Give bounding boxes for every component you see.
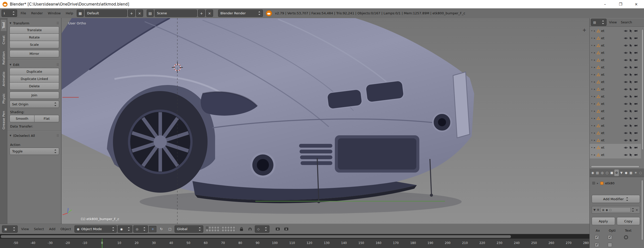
modifier-close-icon[interactable]: × [635, 208, 638, 212]
modifier-name-field[interactable]: ▦ ● ▢ [600, 207, 631, 212]
properties-tab-scene[interactable]: ◎ [600, 170, 605, 176]
menu-file[interactable]: File [18, 9, 29, 18]
object-dot-icon[interactable]: • [591, 109, 593, 113]
expand-icon[interactable]: ▸ [594, 146, 595, 149]
outliner-menu-view[interactable]: View [607, 18, 619, 26]
expand-icon[interactable]: ▸ [594, 58, 595, 62]
expand-icon[interactable]: ▸ [594, 139, 595, 142]
outliner-row[interactable]: •▸et [590, 34, 641, 42]
outliner-row[interactable]: •▸et [590, 93, 641, 100]
close-button[interactable]: × [628, 0, 644, 8]
layer-toggle[interactable] [217, 226, 219, 229]
menu-help[interactable]: Help [63, 9, 76, 18]
region-expand-plus-icon[interactable]: + [582, 27, 586, 33]
layer-toggle[interactable] [227, 226, 230, 229]
outliner-row[interactable]: •▸et [590, 151, 641, 158]
visibility-eye-icon[interactable] [624, 117, 628, 120]
renderability-camera-icon[interactable] [634, 59, 638, 61]
layer-toggle[interactable] [230, 226, 232, 229]
properties-tab-material[interactable]: ● [624, 170, 628, 176]
selectability-cursor-icon[interactable] [629, 95, 632, 98]
object-dot-icon[interactable]: • [591, 139, 593, 142]
pivot-point-dropdown[interactable]: ◎ [133, 225, 148, 233]
layer-toggle[interactable] [224, 226, 227, 229]
selectability-cursor-icon[interactable] [629, 80, 632, 84]
object-dot-icon[interactable]: • [591, 88, 593, 91]
shade-smooth-button[interactable]: Smooth [10, 115, 34, 122]
expand-icon[interactable]: ▸ [594, 51, 595, 54]
apply-button[interactable]: Apply [592, 217, 615, 225]
outliner-row[interactable]: •▸et [590, 100, 641, 107]
visibility-eye-icon[interactable] [624, 124, 628, 127]
maximize-button[interactable]: ❐ [613, 0, 628, 8]
visibility-eye-icon[interactable] [624, 153, 628, 156]
expand-icon[interactable]: ▸ [594, 109, 595, 113]
object-dot-icon[interactable]: • [591, 124, 593, 128]
selectability-cursor-icon[interactable] [629, 73, 632, 76]
layer-toggle[interactable] [222, 229, 224, 232]
properties-tab-modifiers[interactable]: ⚙ [614, 170, 619, 176]
visibility-eye-icon[interactable] [624, 110, 628, 113]
layer-toggle[interactable] [209, 229, 211, 232]
properties-tab-particles[interactable]: ✳ [633, 170, 638, 176]
properties-tab-world[interactable]: ○ [605, 170, 609, 176]
visibility-eye-icon[interactable] [624, 139, 628, 142]
translate-button[interactable]: Translate [10, 26, 59, 34]
panel-collapse-icon[interactable]: ▼ [10, 134, 11, 137]
selectability-cursor-icon[interactable] [629, 66, 632, 69]
visibility-eye-icon[interactable] [624, 132, 628, 135]
panel-header-deselect-all[interactable]: ▼ (De)select All ☰ [10, 132, 59, 139]
outliner-row[interactable]: •▸et [590, 49, 641, 56]
selectability-cursor-icon[interactable] [629, 153, 632, 156]
properties-tab-object[interactable]: ■ [610, 170, 614, 176]
outliner-row[interactable]: •▸et [590, 27, 641, 34]
outliner-row[interactable]: •▸et [590, 129, 641, 137]
layer-toggle[interactable] [214, 229, 217, 232]
visibility-eye-icon[interactable] [624, 95, 628, 98]
renderability-camera-icon[interactable] [634, 73, 638, 76]
renderability-camera-icon[interactable] [634, 146, 638, 149]
renderability-camera-icon[interactable] [634, 80, 638, 83]
layer-toggle[interactable] [211, 229, 214, 232]
selectability-cursor-icon[interactable] [629, 51, 632, 54]
screen-layout-delete-button[interactable]: × [136, 10, 143, 17]
selectability-cursor-icon[interactable] [629, 131, 632, 135]
layer-toggle[interactable] [227, 229, 230, 232]
properties-tab-object-data[interactable]: ▼ [619, 170, 624, 176]
visibility-eye-icon[interactable] [624, 73, 628, 76]
layer-toggle[interactable] [206, 229, 208, 232]
layer-toggle[interactable] [209, 226, 211, 229]
shade-flat-button[interactable]: Flat [34, 115, 59, 122]
expand-icon[interactable]: ▸ [594, 29, 595, 32]
object-dot-icon[interactable]: • [591, 66, 593, 69]
viewport-3d[interactable]: User Ortho (1) etk800_bumper_F_c + [62, 18, 589, 224]
mirror-button[interactable]: Mirror [10, 50, 59, 57]
menu-render[interactable]: Render [29, 9, 45, 18]
expand-icon[interactable]: ▸ [594, 44, 595, 47]
outliner-row[interactable]: •▸et [590, 86, 641, 93]
delete-button[interactable]: Delete [10, 82, 59, 90]
renderability-camera-icon[interactable] [634, 139, 638, 142]
mode-dropdown[interactable]: ● Object Mode [74, 225, 117, 233]
axis-checkbox[interactable] [595, 235, 599, 239]
add-modifier-dropdown[interactable]: Add Modifier [592, 195, 640, 203]
scene-icon-button[interactable]: ▤ [147, 10, 154, 17]
expand-icon[interactable]: ▸ [594, 95, 595, 98]
outliner-row[interactable]: •▸et [590, 122, 641, 129]
outliner-row[interactable]: •▸et [590, 78, 641, 86]
duplicate-linked-button[interactable]: Duplicate Linked [10, 75, 59, 82]
outliner-row[interactable]: •▸et [590, 64, 641, 71]
timeline-scrollbar[interactable] [0, 234, 589, 238]
expand-icon[interactable]: ▸ [594, 36, 595, 40]
snap-element-dropdown[interactable]: ◇ [255, 225, 269, 233]
selectability-cursor-icon[interactable] [629, 109, 632, 113]
selectability-cursor-icon[interactable] [629, 139, 632, 142]
properties-tab-render[interactable]: ◉ [590, 170, 595, 176]
toolshelf-tab-relation[interactable]: Relation [1, 49, 7, 67]
object-dot-icon[interactable]: • [591, 80, 593, 84]
renderability-camera-icon[interactable] [634, 51, 638, 54]
layer-toggle[interactable] [230, 229, 232, 232]
manipulator-rotate-icon[interactable]: ↻ [157, 226, 165, 232]
panel-collapse-icon[interactable]: ▼ [10, 63, 11, 66]
editor-type-selector[interactable]: ▣ [2, 225, 18, 233]
